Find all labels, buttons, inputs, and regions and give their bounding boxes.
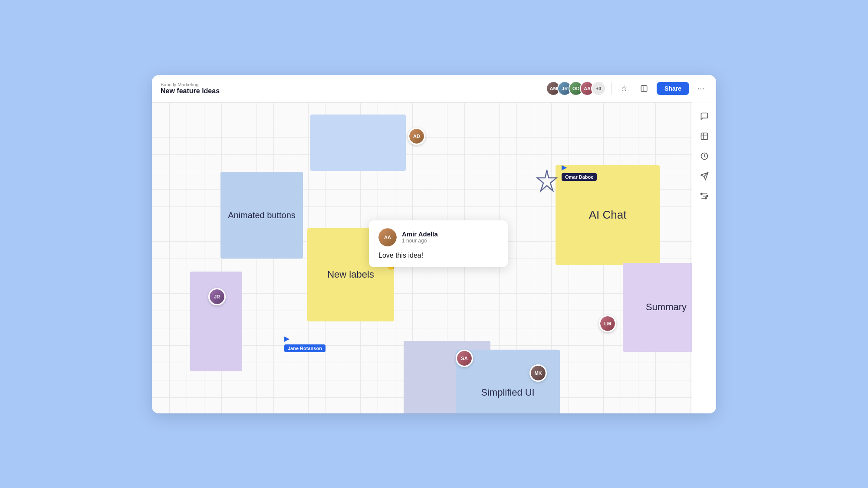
commenter-name: Amir Adella — [402, 230, 438, 238]
right-sidebar — [692, 102, 716, 413]
commenter-avatar: AA — [378, 228, 397, 246]
sidebar-table-button[interactable] — [696, 128, 713, 145]
sticky-note-purple-left[interactable] — [190, 272, 242, 371]
share-button[interactable]: Share — [657, 82, 689, 95]
page-title: New feature ideas — [161, 87, 220, 95]
cursor-jane: ▶ Jane Rotanson — [284, 334, 326, 352]
canvas-avatar-bottom-1: SA — [456, 350, 473, 367]
sidebar-comment-button[interactable] — [696, 108, 713, 125]
comment-popup: AA Amir Adella 1 hour ago Love this idea… — [369, 220, 508, 267]
header-left: Banc.ly Marketing New feature ideas — [161, 82, 220, 95]
cursor-tag-jane: Jane Rotanson — [284, 344, 326, 352]
canvas[interactable]: Animated buttons New labels AI Chat Summ… — [152, 102, 692, 413]
canvas-avatar-bottom-2: MK — [529, 364, 547, 382]
sticky-note-top[interactable] — [310, 115, 406, 171]
sidebar-clock-button[interactable] — [696, 147, 713, 165]
comment-meta: Amir Adella 1 hour ago — [402, 230, 438, 244]
star-button[interactable]: ☆ — [617, 81, 631, 96]
svg-rect-0 — [641, 85, 647, 92]
sticky-note-summary[interactable]: Summary — [623, 263, 692, 352]
header: Banc.ly Marketing New feature ideas AM J… — [152, 75, 716, 102]
share-mode-button[interactable] — [637, 81, 651, 96]
svg-point-12 — [705, 197, 706, 199]
svg-point-10 — [700, 193, 702, 194]
app-window: Banc.ly Marketing New feature ideas AM J… — [152, 75, 716, 413]
canvas-avatar-summary: LM — [599, 315, 616, 332]
divider — [611, 82, 612, 95]
canvas-avatar-jane: JR — [208, 288, 226, 305]
sidebar-settings-button[interactable] — [696, 187, 713, 205]
star-decoration — [533, 167, 561, 198]
cursor-tag-omar: Omar Daboe — [562, 173, 597, 181]
sticky-note-animated-buttons[interactable]: Animated buttons — [220, 172, 303, 259]
avatar-count: +3 — [591, 81, 606, 96]
comment-header: AA Amir Adella 1 hour ago — [378, 228, 498, 246]
avatar-group: AM JR OD AA +3 — [546, 81, 606, 96]
canvas-area: Animated buttons New labels AI Chat Summ… — [152, 102, 716, 413]
canvas-avatar-top: AD — [408, 128, 425, 145]
cursor-omar: ▶ Omar Daboe — [562, 163, 597, 181]
breadcrumb: Banc.ly Marketing — [161, 82, 220, 87]
comment-time: 1 hour ago — [402, 238, 438, 244]
svg-rect-3 — [701, 133, 707, 139]
sidebar-send-button[interactable] — [696, 167, 713, 185]
svg-point-11 — [707, 195, 708, 197]
comment-text: Love this idea! — [378, 252, 498, 259]
header-right: AM JR OD AA +3 ☆ Sh — [546, 81, 707, 96]
more-options-button[interactable]: ··· — [694, 82, 707, 95]
